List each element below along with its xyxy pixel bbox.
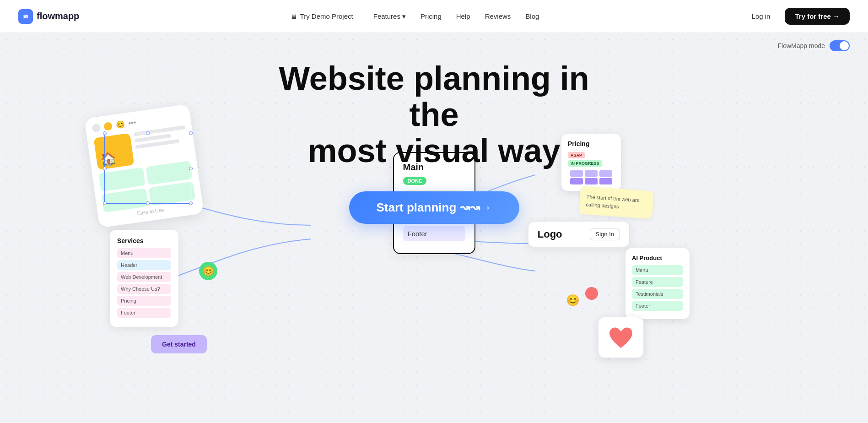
heart-card: [598, 317, 644, 358]
pbar-1: [570, 170, 583, 177]
service-webdev: Web Development: [117, 272, 171, 282]
speech-icon: [92, 123, 101, 132]
monitor-icon: 🖥: [290, 12, 297, 21]
service-footer: Footer: [117, 308, 171, 318]
ai-product-card: AI Product Menu Feature Testimonials Foo…: [625, 248, 690, 319]
cell-4: [149, 181, 196, 206]
line-1: [134, 125, 186, 136]
start-planning-button[interactable]: Start planning ↝↝→: [349, 191, 519, 224]
pricing-bars: [568, 170, 615, 184]
pbar-5: [599, 170, 612, 177]
nav-features[interactable]: Features ▾: [373, 12, 406, 21]
ai-feature: Feature: [632, 277, 683, 287]
footer-row: Footer: [403, 226, 465, 241]
nav-auth: Log in Try for free →: [744, 8, 850, 25]
wireframe-thumbnail: 🏠: [93, 133, 134, 170]
nav-blog[interactable]: Blog: [525, 12, 539, 20]
logo-icon: ≋: [18, 9, 33, 24]
pbar-3: [585, 170, 598, 177]
logo-card-text: Logo: [538, 228, 562, 240]
ai-testimonials: Testimonials: [632, 289, 683, 299]
emoji-face-left: 😊: [199, 262, 217, 280]
services-card: Services Menu Header Web Development Why…: [110, 230, 178, 327]
sign-in-button[interactable]: Sign In: [590, 228, 620, 240]
ai-product-title: AI Product: [632, 255, 683, 261]
cta-label: Start planning ↝↝→: [377, 201, 492, 215]
cell-1: [98, 167, 146, 191]
wireframe-lines: [134, 125, 190, 164]
bar-col-3: [599, 170, 612, 184]
hero-section: Website planning in the most visual way …: [0, 33, 868, 422]
pbar-4: [585, 178, 598, 184]
logo-card: Logo Sign In: [528, 221, 630, 248]
brand-logo[interactable]: ≋ flowmapp: [18, 9, 79, 24]
wireframe-card: 😊 ••• 🏠 Easy to Use: [84, 104, 204, 228]
cell-3: [102, 188, 149, 212]
service-why: Why Choose Us?: [117, 284, 171, 294]
nav-links: 🖥 Try Demo Project Features ▾ Pricing He…: [285, 10, 539, 23]
login-button[interactable]: Log in: [744, 9, 778, 24]
nav-reviews[interactable]: Reviews: [485, 12, 511, 20]
hero-title: Website planning in the most visual way: [256, 60, 613, 169]
nav-help[interactable]: Help: [456, 12, 470, 20]
yellow-dot: [103, 121, 113, 130]
pbar-6: [599, 178, 612, 184]
emoji-face-right: 😊: [566, 294, 580, 307]
toggle-knob: [840, 41, 849, 50]
pbar-2: [570, 178, 583, 184]
mode-toggle-label: FlowMapp mode: [778, 42, 825, 49]
mode-toggle-container: FlowMapp mode: [778, 40, 850, 51]
done-badge: DONE: [403, 177, 427, 185]
service-menu: Menu: [117, 248, 171, 258]
yellow-note-text: The start of the web are calling designs: [586, 194, 640, 209]
heart-icon: [607, 325, 635, 350]
try-demo-button[interactable]: 🖥 Try Demo Project: [285, 10, 359, 23]
building-emoji: 🏠: [99, 150, 117, 168]
bar-col-1: [570, 170, 583, 184]
ai-footer: Footer: [632, 301, 683, 311]
bar-col-2: [585, 170, 598, 184]
navigation: ≋ flowmapp 🖥 Try Demo Project Features ▾…: [0, 0, 868, 33]
chevron-down-icon: ▾: [402, 12, 406, 21]
services-title: Services: [117, 237, 171, 244]
cell-2: [146, 161, 193, 185]
get-started-badge: Get started: [151, 335, 207, 353]
try-free-button[interactable]: Try for free →: [785, 8, 850, 25]
mode-toggle-switch[interactable]: [830, 40, 850, 51]
yellow-note-card: The start of the web are calling designs: [579, 186, 654, 219]
ellipsis-icon: •••: [128, 118, 136, 127]
service-pricing: Pricing: [117, 296, 171, 306]
nav-pricing[interactable]: Pricing: [421, 12, 442, 20]
brand-name: flowmapp: [37, 11, 79, 22]
red-circle-dot: [585, 287, 598, 300]
service-header: Header: [117, 260, 171, 270]
ai-menu: Menu: [632, 265, 683, 275]
smile-emoji: 😊: [115, 119, 125, 130]
